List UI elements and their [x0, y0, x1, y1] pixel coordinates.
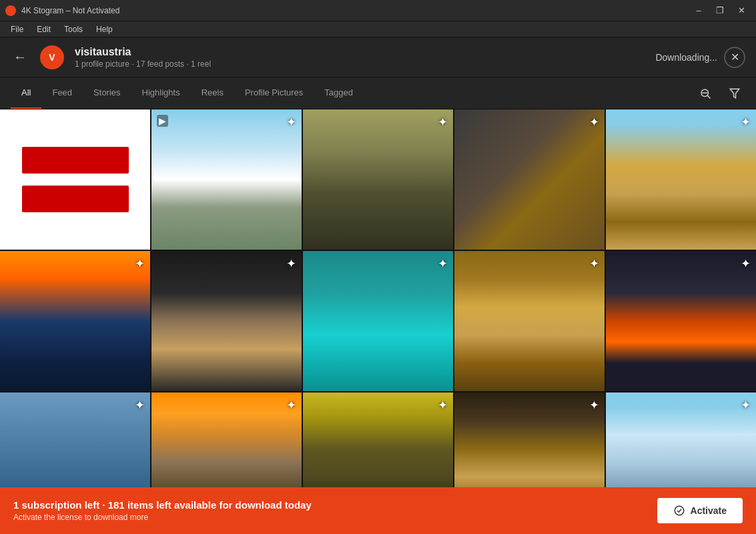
tab-feed[interactable]: Feed	[41, 77, 83, 109]
cell-star: ✦	[286, 256, 296, 271]
downloading-text: Downloading...	[655, 52, 717, 63]
menu-bar: File Edit Tools Help	[0, 21, 756, 37]
grid-cell-9[interactable]: ✦	[454, 251, 605, 391]
title-bar-title: 4K Stogram – Not Activated	[21, 6, 119, 15]
cell-star: ✦	[135, 256, 145, 271]
tab-all[interactable]: All	[11, 77, 41, 109]
title-bar-controls: – ❐ ✕	[689, 3, 751, 18]
cell-star: ✦	[589, 115, 599, 129]
cancel-button[interactable]: ✕	[724, 47, 745, 68]
minimize-button[interactable]: –	[689, 3, 708, 18]
svg-point-4	[675, 506, 684, 515]
svg-line-1	[707, 95, 710, 98]
search-icon	[699, 87, 711, 99]
profile-info: visitaustria 1 profile picture · 17 feed…	[75, 46, 645, 69]
app-icon	[5, 5, 16, 16]
cell-star: ✦	[135, 398, 145, 413]
grid-cell-1[interactable]	[0, 109, 150, 250]
bottom-bar-text: 1 subscription left · 181 items left ava…	[13, 499, 312, 522]
menu-tools[interactable]: Tools	[59, 23, 88, 35]
search-button[interactable]	[695, 83, 716, 104]
title-bar: 4K Stogram – Not Activated – ❐ ✕	[0, 0, 756, 21]
bottom-bar: 1 subscription left · 181 items left ava…	[0, 487, 756, 534]
profile-stats: 1 profile picture · 17 feed posts · 1 re…	[75, 59, 645, 69]
grid-cell-7[interactable]: ✦	[151, 251, 302, 391]
tab-profile-pictures[interactable]: Profile Pictures	[234, 77, 314, 109]
activate-button[interactable]: Activate	[657, 498, 743, 523]
downloading-section: Downloading... ✕	[655, 47, 745, 68]
tabs-bar: All Feed Stories Highlights Reels Profil…	[0, 77, 756, 109]
svg-marker-3	[730, 89, 739, 98]
grid-cell-2[interactable]: ▶ ✦	[151, 109, 302, 250]
filter-icon	[729, 87, 741, 99]
close-button[interactable]: ✕	[732, 3, 751, 18]
menu-help[interactable]: Help	[91, 23, 118, 35]
tab-reels[interactable]: Reels	[191, 77, 234, 109]
activate-icon	[673, 505, 685, 517]
cell-star: ✦	[438, 398, 448, 413]
profile-bar: ← V visitaustria 1 profile picture · 17 …	[0, 37, 756, 77]
grid-cell-4[interactable]: ✦	[454, 109, 605, 250]
back-button[interactable]: ←	[11, 47, 29, 67]
grid-cell-5[interactable]: ✦	[606, 109, 756, 250]
tab-tagged[interactable]: Tagged	[314, 77, 364, 109]
tab-highlights[interactable]: Highlights	[131, 77, 191, 109]
tabs-left: All Feed Stories Highlights Reels Profil…	[11, 77, 364, 109]
activate-label: Activate	[691, 505, 727, 516]
title-bar-left: 4K Stogram – Not Activated	[5, 5, 119, 16]
maximize-button[interactable]: ❐	[711, 3, 729, 18]
profile-name: visitaustria	[75, 46, 645, 58]
menu-edit[interactable]: Edit	[31, 23, 56, 35]
subscription-text: 1 subscription left · 181 items left ava…	[13, 499, 312, 511]
menu-file[interactable]: File	[5, 23, 29, 35]
cell-star: ✦	[741, 115, 751, 129]
grid-cell-10[interactable]: ✦	[606, 251, 756, 391]
main-grid: ▶ ✦ ✦ ✦ ✦ ✦ ✦ ✦ ✦	[0, 109, 756, 534]
cell-star: ✦	[741, 398, 751, 413]
cell-star: ✦	[589, 256, 599, 271]
tabs-right	[695, 83, 745, 104]
grid-cell-6[interactable]: ✦	[0, 251, 150, 391]
grid-cell-8[interactable]: ✦	[303, 251, 453, 391]
avatar: V	[40, 45, 64, 69]
filter-button[interactable]	[724, 83, 745, 104]
cell-star: ✦	[741, 256, 751, 271]
subscription-subtext: Activate the license to download more	[13, 513, 312, 522]
cell-star: ✦	[438, 115, 448, 129]
cell-star: ✦	[438, 256, 448, 271]
cell-type-icon: ▶	[157, 115, 168, 127]
grid-cell-3[interactable]: ✦	[303, 109, 453, 250]
cell-star: ✦	[286, 398, 296, 413]
cell-star: ✦	[286, 115, 296, 129]
tab-stories[interactable]: Stories	[83, 77, 131, 109]
cell-star: ✦	[589, 398, 599, 413]
